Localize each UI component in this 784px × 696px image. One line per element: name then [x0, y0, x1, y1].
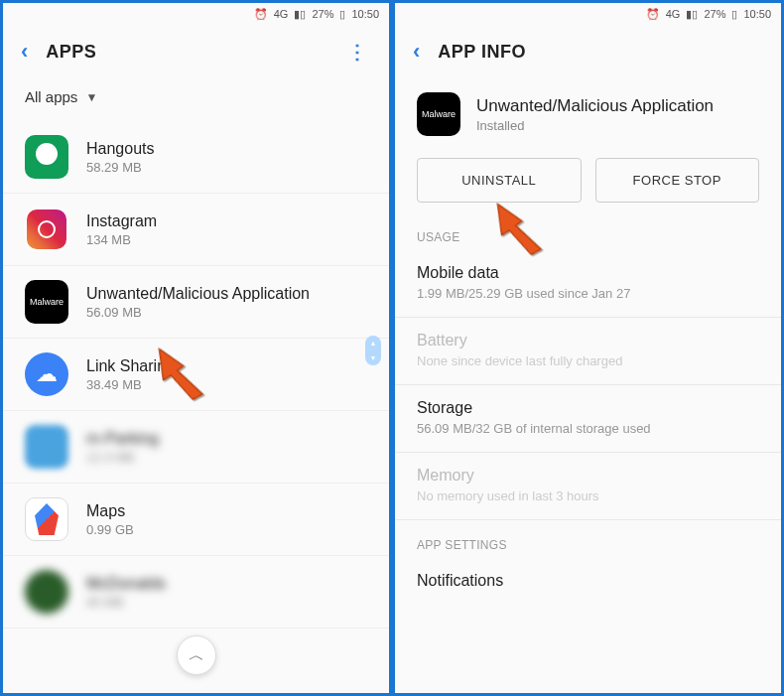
blurred-app-icon [25, 425, 68, 469]
network-icon: 4G [666, 8, 681, 20]
app-size: 58.29 MB [86, 160, 367, 175]
network-icon: 4G [274, 8, 289, 20]
statusbar: ⏰ 4G ▮▯ 27% ▯ 10:50 [395, 3, 781, 25]
app-name: McDonalds [86, 575, 367, 593]
storage-row[interactable]: Storage 56.09 MB/32 GB of internal stora… [395, 385, 781, 453]
app-size: 45 MB [86, 595, 367, 610]
app-header: Malware Unwanted/Malicious Application I… [395, 82, 781, 158]
blurred-app-icon [25, 570, 68, 614]
app-name: Unwanted/Malicious Application [476, 96, 714, 116]
page-title: APPS [46, 42, 329, 63]
chevron-up-icon: ︿ [189, 645, 204, 666]
header: ‹ APP INFO [395, 25, 781, 82]
app-size: 38.49 MB [86, 377, 367, 392]
scroll-handle[interactable]: ▴▾ [365, 336, 381, 365]
row-sub: 1.99 MB/25.29 GB used since Jan 27 [417, 286, 759, 301]
cloud-icon [25, 352, 68, 396]
statusbar: ⏰ 4G ▮▯ 27% ▯ 10:50 [3, 3, 389, 25]
app-status: Installed [476, 118, 714, 133]
back-button[interactable]: ‹ [21, 39, 28, 65]
malware-icon: Malware [25, 280, 68, 324]
app-name: Instagram [86, 212, 367, 230]
signal-icon: ▮▯ [294, 8, 306, 21]
app-name: m-Parking [86, 430, 367, 448]
battery-row[interactable]: Battery None since device last fully cha… [395, 318, 781, 385]
app-name: Maps [86, 502, 367, 520]
app-size: 0.99 GB [86, 522, 367, 537]
row-sub: No memory used in last 3 hours [417, 488, 759, 503]
mobile-data-row[interactable]: Mobile data 1.99 MB/25.29 GB used since … [395, 250, 781, 318]
scroll-to-top-button[interactable]: ︿ [177, 635, 216, 675]
row-title: Storage [417, 399, 759, 417]
app-info-screen: ⏰ 4G ▮▯ 27% ▯ 10:50 ‹ APP INFO Malware U… [392, 0, 784, 696]
app-row-malicious[interactable]: Malware Unwanted/Malicious Application 5… [3, 266, 389, 339]
row-title: Mobile data [417, 264, 759, 282]
app-name: Link Sharing [86, 357, 367, 375]
app-list: Hangouts 58.29 MB Instagram 134 MB Malwa… [3, 121, 389, 628]
battery-percent: 27% [704, 8, 725, 20]
app-size: 56.09 MB [86, 305, 367, 320]
chevron-down-icon: ▼ [85, 90, 97, 104]
row-title: Battery [417, 332, 759, 349]
filter-dropdown[interactable]: All apps ▼ [3, 82, 389, 121]
row-sub: None since device last fully charged [417, 353, 759, 368]
row-sub: 56.09 MB/32 GB of internal storage used [417, 421, 759, 436]
app-size: 12.3 MB [86, 450, 367, 465]
maps-icon [25, 497, 68, 541]
action-buttons: UNINSTALL FORCE STOP [395, 158, 781, 222]
more-menu-button[interactable]: ⋮ [347, 40, 371, 64]
instagram-icon [25, 208, 68, 251]
filter-label: All apps [25, 88, 77, 105]
clock: 10:50 [351, 8, 379, 20]
app-row-instagram[interactable]: Instagram 134 MB [3, 194, 389, 266]
header: ‹ APPS ⋮ [3, 25, 389, 82]
app-row-blurred[interactable]: m-Parking 12.3 MB [3, 411, 389, 484]
app-size: 134 MB [86, 232, 367, 247]
row-title: Notifications [417, 572, 759, 590]
hangouts-icon [25, 135, 68, 179]
page-title: APP INFO [438, 42, 763, 63]
app-name: Unwanted/Malicious Application [86, 285, 367, 303]
usage-section-label: USAGE [395, 222, 781, 250]
alarm-icon: ⏰ [646, 8, 660, 21]
app-row-linksharing[interactable]: Link Sharing 38.49 MB [3, 339, 389, 411]
malware-icon: Malware [417, 92, 460, 136]
app-settings-section-label: APP SETTINGS [395, 530, 781, 558]
clock: 10:50 [743, 8, 771, 20]
uninstall-button[interactable]: UNINSTALL [417, 158, 582, 203]
battery-icon: ▯ [339, 8, 345, 21]
notifications-row[interactable]: Notifications [395, 558, 781, 606]
alarm-icon: ⏰ [254, 8, 268, 21]
app-name: Hangouts [86, 140, 367, 158]
row-title: Memory [417, 467, 759, 485]
battery-icon: ▯ [731, 8, 737, 21]
signal-icon: ▮▯ [686, 8, 698, 21]
app-row-blurred[interactable]: McDonalds 45 MB [3, 556, 389, 628]
apps-list-screen: ⏰ 4G ▮▯ 27% ▯ 10:50 ‹ APPS ⋮ All apps ▼ … [0, 0, 392, 696]
app-row-hangouts[interactable]: Hangouts 58.29 MB [3, 121, 389, 194]
memory-row[interactable]: Memory No memory used in last 3 hours [395, 453, 781, 520]
force-stop-button[interactable]: FORCE STOP [595, 158, 760, 203]
battery-percent: 27% [312, 8, 333, 20]
back-button[interactable]: ‹ [413, 39, 420, 65]
app-row-maps[interactable]: Maps 0.99 GB [3, 484, 389, 556]
